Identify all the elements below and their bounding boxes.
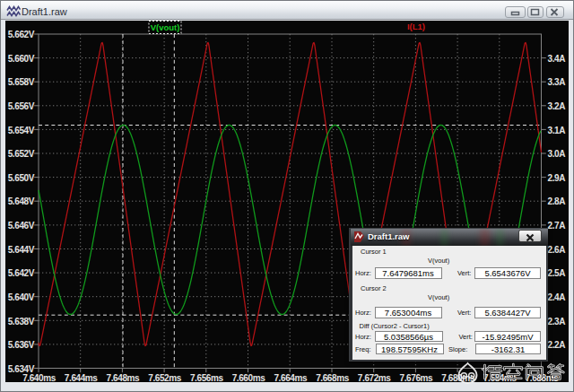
svg-text:7.652ms: 7.652ms [148,373,182,382]
svg-text:5.652V: 5.652V [8,149,35,159]
svg-text:5.634V: 5.634V [8,364,35,374]
svg-text:2.5A: 2.5A [548,268,566,278]
svg-text:5.656V: 5.656V [8,101,35,111]
svg-text:I(L1): I(L1) [407,22,425,31]
svg-text:2.4A: 2.4A [548,292,566,302]
svg-text:2.9A: 2.9A [548,173,566,183]
svg-text:7.644ms: 7.644ms [65,373,99,382]
svg-text:5.650V: 5.650V [8,173,35,183]
svg-text:5.638V: 5.638V [8,317,35,327]
svg-text:7.664ms: 7.664ms [274,373,308,382]
svg-text:5.642V: 5.642V [8,268,35,278]
svg-text:3.4A: 3.4A [548,54,566,64]
svg-text:5.654V: 5.654V [8,126,35,135]
svg-text:3.3A: 3.3A [548,77,566,87]
svg-text:7.656ms: 7.656ms [190,373,224,382]
svg-text:2.8A: 2.8A [548,196,566,206]
svg-text:5.662V: 5.662V [8,30,35,39]
svg-text:5.660V: 5.660V [8,54,35,64]
svg-text:7.640ms: 7.640ms [22,373,57,382]
svg-text:V(vout): V(vout) [151,22,180,32]
svg-text:5.636V: 5.636V [8,340,35,350]
svg-text:5.658V: 5.658V [8,77,35,87]
svg-text:3.0A: 3.0A [548,149,566,159]
svg-text:5.640V: 5.640V [8,292,35,302]
svg-text:3.1A: 3.1A [548,126,566,135]
svg-text:5.648V: 5.648V [8,196,35,206]
svg-text:2.6A: 2.6A [548,245,566,255]
svg-text:2.7A: 2.7A [548,221,566,231]
svg-text:2.3A: 2.3A [548,317,566,327]
svg-text:5.646V: 5.646V [8,221,35,231]
svg-text:7.648ms: 7.648ms [107,373,141,382]
svg-text:7.660ms: 7.660ms [232,373,266,382]
svg-text:2.2A: 2.2A [548,340,566,350]
svg-text:7.672ms: 7.672ms [358,373,392,382]
svg-text:3.2A: 3.2A [548,101,566,111]
svg-text:7.668ms: 7.668ms [316,373,350,382]
svg-text:7.676ms: 7.676ms [400,373,434,382]
svg-text:5.644V: 5.644V [8,245,35,255]
